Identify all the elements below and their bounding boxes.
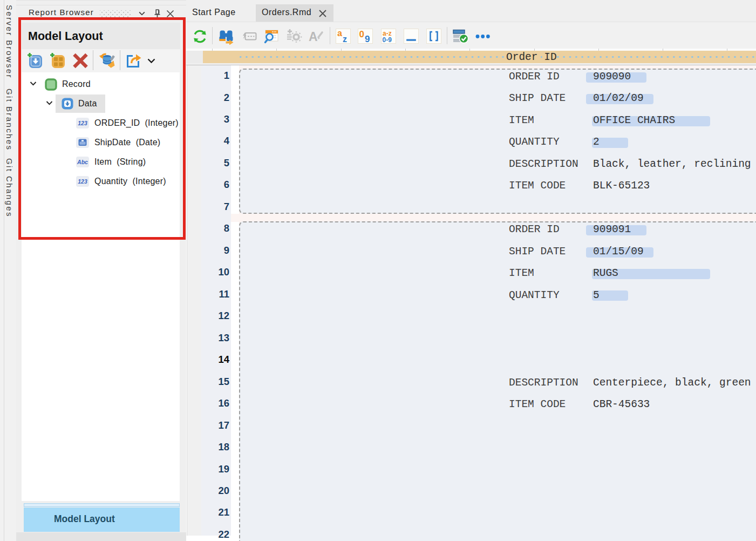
svg-text:z: z [343, 35, 347, 44]
svg-text:0-9: 0-9 [383, 36, 392, 44]
svg-text:A: A [309, 30, 318, 44]
svg-text:9: 9 [365, 34, 370, 44]
svg-text:0: 0 [359, 29, 364, 39]
svg-text:a: a [337, 29, 342, 38]
